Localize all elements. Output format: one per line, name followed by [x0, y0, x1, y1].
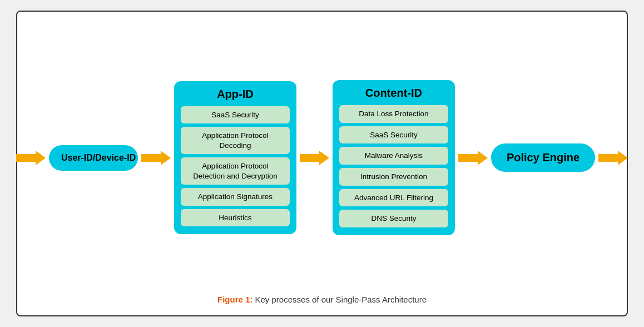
contentid-items: Data Loss Protection SaaS Security Malwa…: [339, 105, 448, 227]
user-id-box: User-ID/Device-ID: [49, 145, 138, 171]
arrow-to-contentid: [300, 151, 329, 165]
figure-caption-text: Key processes of our Single-Pass Archite…: [252, 295, 427, 304]
arrow-to-policy: [458, 151, 488, 165]
arrow-to-appid: [141, 151, 171, 165]
figure-caption-bold: Figure 1:: [217, 295, 252, 304]
incoming-arrow: [16, 151, 46, 165]
diagram-container: User-ID/Device-ID App-ID SaaS Security A…: [16, 11, 628, 316]
appid-item-1: Application Protocol Decoding: [181, 127, 290, 154]
appid-panel: App-ID SaaS Security Application Protoco…: [174, 81, 296, 235]
contentid-item-1: SaaS Security: [339, 126, 448, 144]
contentid-panel: Content-ID Data Loss Protection SaaS Sec…: [333, 80, 455, 235]
appid-item-3: Application Signatures: [181, 188, 290, 206]
contentid-item-3: Intrusion Prevention: [339, 168, 448, 186]
contentid-item-4: Advanced URL Filtering: [339, 189, 448, 207]
policy-engine-label: Policy Engine: [507, 151, 579, 164]
figure-caption: Figure 1: Key processes of our Single-Pa…: [217, 295, 427, 304]
appid-title: App-ID: [181, 88, 290, 101]
appid-items: SaaS Security Application Protocol Decod…: [181, 106, 290, 227]
contentid-item-2: Malware Analysis: [339, 147, 448, 165]
outgoing-arrow: [598, 151, 628, 165]
appid-item-4: Heuristics: [181, 209, 290, 227]
appid-item-2: Application Protocol Detection and Decry…: [181, 157, 290, 185]
policy-engine-box: Policy Engine: [491, 143, 595, 172]
flow-row: User-ID/Device-ID App-ID SaaS Security A…: [28, 34, 616, 281]
contentid-title: Content-ID: [339, 87, 448, 100]
contentid-item-0: Data Loss Protection: [339, 105, 448, 123]
contentid-item-5: DNS Security: [339, 210, 448, 227]
user-id-label: User-ID/Device-ID: [61, 153, 136, 162]
appid-item-0: SaaS Security: [181, 106, 290, 124]
